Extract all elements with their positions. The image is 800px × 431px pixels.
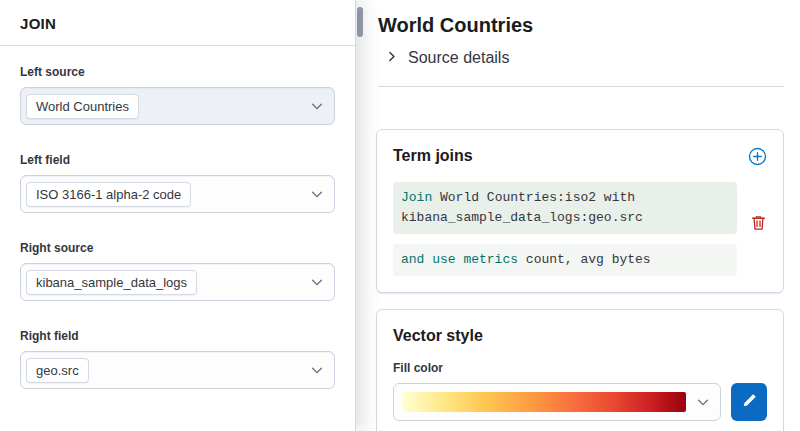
layer-content: Term joins Join World Countries:iso2 wit… <box>360 87 800 431</box>
fill-color-row <box>393 383 767 421</box>
chevron-down-icon[interactable] <box>310 363 324 377</box>
right-field-label: Right field <box>20 329 335 343</box>
left-field-group: Left field ISO 3166-1 alpha-2 code <box>20 153 335 213</box>
right-field-group: Right field geo.src <box>20 329 335 389</box>
color-ramp-gradient <box>402 392 686 412</box>
right-source-label: Right source <box>20 241 335 255</box>
layer-settings-panel: World Countries Source details Term join… <box>360 0 800 431</box>
term-joins-title: Term joins <box>393 146 473 166</box>
term-joins-card: Term joins Join World Countries:iso2 wit… <box>376 129 784 293</box>
join-expression-region: Join World Countries:iso2 with kibana_sa… <box>393 182 767 276</box>
vector-style-title: Vector style <box>393 326 483 346</box>
join-flyout-header: JOIN <box>0 0 355 46</box>
delete-join-button[interactable] <box>750 214 767 231</box>
chevron-down-icon[interactable] <box>310 275 324 289</box>
vector-style-card-header: Vector style <box>393 326 767 346</box>
fill-color-label: Fill color <box>393 361 767 375</box>
page-title: World Countries <box>378 13 784 37</box>
trash-icon <box>750 219 767 234</box>
plus-circle-icon <box>748 154 767 169</box>
edit-fill-color-button[interactable] <box>731 383 767 421</box>
left-source-label: Left source <box>20 65 335 79</box>
left-source-selected-pill: World Countries <box>26 94 139 119</box>
chevron-down-icon[interactable] <box>310 187 324 201</box>
metrics-text: count, avg bytes <box>518 252 651 267</box>
right-source-group: Right source kibana_sample_data_logs <box>20 241 335 301</box>
join-keyword: Join <box>401 190 432 205</box>
join-flyout-title: JOIN <box>20 15 335 32</box>
source-details-accordion[interactable]: Source details <box>385 49 784 67</box>
chevron-down-icon[interactable] <box>696 395 710 409</box>
join-flyout-body: Left source World Countries Left field I… <box>0 46 355 425</box>
source-details-label: Source details <box>408 49 509 67</box>
pencil-icon <box>742 393 757 411</box>
right-field-combobox[interactable]: geo.src <box>20 351 335 389</box>
left-field-selected-pill: ISO 3166-1 alpha-2 code <box>26 182 191 207</box>
chevron-down-icon[interactable] <box>310 99 324 113</box>
add-join-button[interactable] <box>748 147 767 166</box>
metrics-keyword: and use metrics <box>401 252 518 267</box>
left-source-combobox[interactable]: World Countries <box>20 87 335 125</box>
join-expression-code: Join World Countries:iso2 with kibana_sa… <box>393 182 737 234</box>
left-source-group: Left source World Countries <box>20 65 335 125</box>
right-source-selected-pill: kibana_sample_data_logs <box>26 270 197 295</box>
fill-color-select[interactable] <box>393 383 721 421</box>
join-text-line2: kibana_sample_data_logs:geo.src <box>401 210 643 225</box>
join-flyout: JOIN Left source World Countries Left fi… <box>0 0 356 431</box>
vector-style-card: Vector style Fill color <box>376 309 784 431</box>
left-field-combobox[interactable]: ISO 3166-1 alpha-2 code <box>20 175 335 213</box>
join-text: World Countries:iso2 with <box>432 190 635 205</box>
right-field-selected-pill: geo.src <box>26 358 89 383</box>
chevron-right-icon[interactable] <box>385 49 398 67</box>
layer-header: World Countries Source details <box>360 0 800 87</box>
term-joins-card-header: Term joins <box>393 146 767 166</box>
right-source-combobox[interactable]: kibana_sample_data_logs <box>20 263 335 301</box>
scrollbar-thumb[interactable] <box>357 7 363 37</box>
metrics-expression-code: and use metrics count, avg bytes <box>393 244 737 276</box>
left-field-label: Left field <box>20 153 335 167</box>
app-screen: World Countries Source details Term join… <box>0 0 800 431</box>
